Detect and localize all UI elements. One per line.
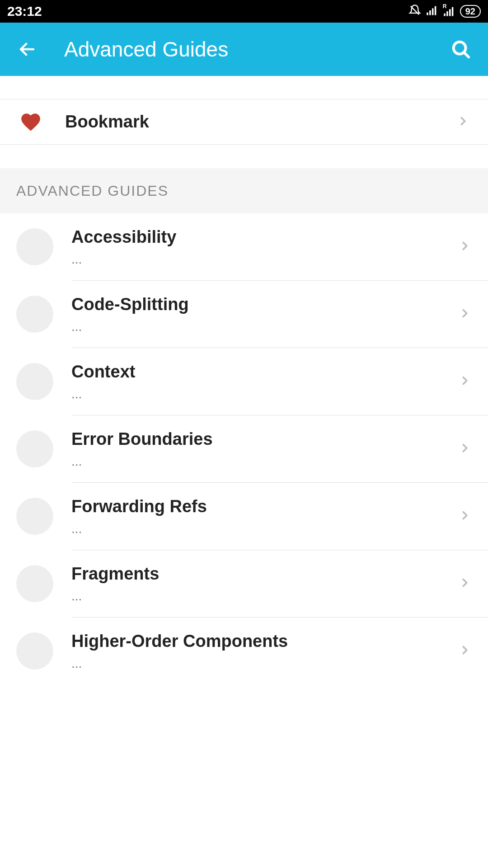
signal-roaming-icon: R bbox=[443, 5, 455, 18]
status-bar: 23:12 R 92 bbox=[0, 0, 488, 23]
chevron-right-icon bbox=[458, 374, 472, 389]
svg-rect-5 bbox=[444, 14, 446, 16]
item-subtitle: ... bbox=[71, 522, 449, 536]
item-content: Code-Splitting ... bbox=[71, 295, 458, 334]
section-header-text: ADVANCED GUIDES bbox=[16, 183, 169, 199]
item-title: Fragments bbox=[71, 564, 449, 584]
item-subtitle: ... bbox=[71, 589, 449, 604]
item-avatar bbox=[16, 498, 53, 535]
svg-rect-6 bbox=[446, 11, 448, 16]
item-content: Accessibility ... bbox=[71, 227, 458, 267]
mute-icon bbox=[408, 4, 421, 19]
status-time: 23:12 bbox=[7, 4, 42, 19]
item-title: Code-Splitting bbox=[71, 295, 449, 314]
svg-rect-4 bbox=[435, 6, 436, 15]
item-avatar bbox=[16, 430, 53, 467]
heart-icon bbox=[18, 109, 43, 135]
svg-rect-1 bbox=[427, 13, 428, 15]
chevron-right-icon bbox=[458, 576, 472, 591]
list-item-context[interactable]: Context ... bbox=[0, 348, 488, 415]
svg-rect-2 bbox=[429, 10, 431, 15]
spacer bbox=[0, 76, 488, 99]
battery-indicator: 92 bbox=[460, 5, 481, 18]
item-subtitle: ... bbox=[71, 454, 449, 469]
chevron-right-icon bbox=[458, 643, 472, 659]
signal-icon bbox=[426, 4, 438, 19]
item-title: Higher-Order Components bbox=[71, 632, 449, 651]
chevron-right-icon bbox=[458, 441, 472, 457]
list-item-error-boundaries[interactable]: Error Boundaries ... bbox=[0, 415, 488, 482]
list-item-code-splitting[interactable]: Code-Splitting ... bbox=[0, 281, 488, 348]
arrow-left-icon bbox=[18, 40, 37, 59]
status-right: R 92 bbox=[408, 4, 481, 19]
item-content: Forwarding Refs ... bbox=[71, 497, 458, 536]
list-item-accessibility[interactable]: Accessibility ... bbox=[0, 213, 488, 280]
item-avatar bbox=[16, 363, 53, 400]
item-avatar bbox=[16, 228, 53, 265]
item-subtitle: ... bbox=[71, 656, 449, 671]
list-item-higher-order-components[interactable]: Higher-Order Components ... bbox=[0, 618, 488, 684]
item-subtitle: ... bbox=[71, 252, 449, 267]
item-content: Fragments ... bbox=[71, 564, 458, 604]
svg-rect-3 bbox=[432, 8, 434, 15]
back-button[interactable] bbox=[14, 36, 41, 63]
app-bar: Advanced Guides bbox=[0, 23, 488, 76]
list-item-fragments[interactable]: Fragments ... bbox=[0, 550, 488, 617]
search-button[interactable] bbox=[447, 36, 474, 63]
bookmark-row[interactable]: Bookmark bbox=[0, 99, 488, 145]
chevron-right-icon bbox=[458, 509, 472, 524]
search-icon bbox=[450, 39, 471, 60]
chevron-right-icon bbox=[458, 239, 472, 255]
chevron-right-icon bbox=[458, 307, 472, 322]
item-title: Error Boundaries bbox=[71, 429, 449, 449]
item-avatar bbox=[16, 296, 53, 333]
list-item-forwarding-refs[interactable]: Forwarding Refs ... bbox=[0, 483, 488, 550]
item-content: Error Boundaries ... bbox=[71, 429, 458, 469]
item-avatar bbox=[16, 565, 53, 602]
chevron-right-icon bbox=[456, 114, 470, 130]
item-avatar bbox=[16, 632, 53, 670]
guides-list: Accessibility ... Code-Splitting ... Con… bbox=[0, 213, 488, 684]
section-header: ADVANCED GUIDES bbox=[0, 168, 488, 213]
item-subtitle: ... bbox=[71, 387, 449, 401]
svg-line-11 bbox=[464, 52, 469, 57]
bookmark-label: Bookmark bbox=[65, 112, 456, 132]
item-title: Forwarding Refs bbox=[71, 497, 449, 516]
svg-rect-7 bbox=[449, 9, 451, 16]
svg-rect-8 bbox=[452, 7, 454, 16]
page-title: Advanced Guides bbox=[64, 37, 447, 61]
item-subtitle: ... bbox=[71, 320, 449, 334]
item-content: Context ... bbox=[71, 362, 458, 401]
item-title: Accessibility bbox=[71, 227, 449, 247]
item-content: Higher-Order Components ... bbox=[71, 632, 458, 671]
spacer bbox=[0, 145, 488, 168]
item-title: Context bbox=[71, 362, 449, 382]
